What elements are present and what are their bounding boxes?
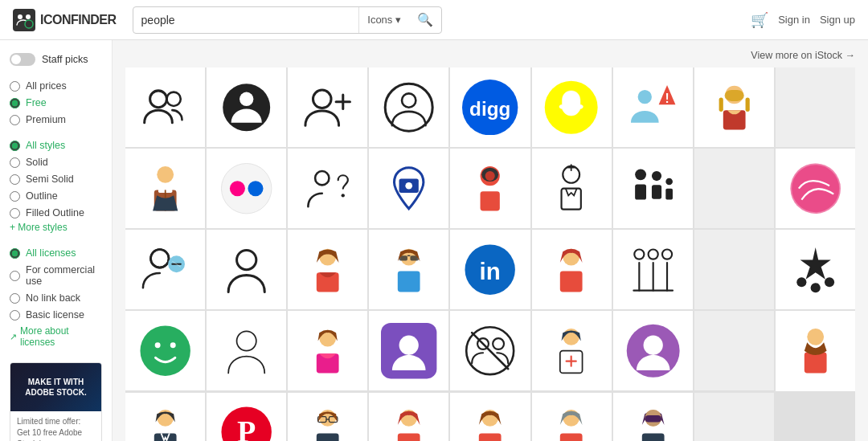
license-nolink-row[interactable]: No link back: [10, 292, 102, 304]
price-premium-radio[interactable]: [10, 115, 20, 125]
icon-cell-woman-nurse-outline[interactable]: [532, 149, 612, 228]
search-icon: 🔍: [417, 13, 433, 27]
ad-image-text: MAKE IT WITHADOBE STOCK.: [22, 374, 90, 401]
icon-cell-woman-pink-top[interactable]: [288, 311, 367, 390]
icon-cell-people-warning[interactable]: !: [613, 67, 693, 147]
license-nolink-radio[interactable]: [10, 293, 20, 304]
icon-cell-linkedin[interactable]: in: [450, 230, 530, 309]
style-semisolid-row[interactable]: Semi Solid: [10, 174, 102, 185]
icon-cell-empty2[interactable]: [694, 149, 774, 228]
man-dark-suit-icon: [137, 404, 193, 441]
icon-cell-dribbble[interactable]: [776, 149, 855, 228]
license-commercial-radio[interactable]: [10, 271, 20, 281]
icon-cell-person-outline[interactable]: [207, 230, 286, 309]
icon-cell-empty5[interactable]: [694, 393, 774, 442]
icon-cell-user-outline-thin[interactable]: [207, 311, 286, 390]
svg-point-75: [810, 283, 820, 292]
icon-cell-empty3[interactable]: [694, 230, 774, 309]
svg-point-3: [149, 91, 166, 108]
search-type-button[interactable]: Icons ▾: [359, 14, 409, 26]
icon-cell-empty4[interactable]: [694, 311, 774, 390]
price-free-label: Free: [26, 97, 47, 108]
license-all-radio[interactable]: [10, 248, 20, 259]
svg-rect-102: [317, 434, 339, 441]
icon-cell-team-star[interactable]: [776, 230, 855, 309]
chevron-down-icon: ▾: [395, 14, 401, 26]
icon-cell-woman-brown-suit[interactable]: [450, 393, 530, 442]
icon-cell-add-user[interactable]: [288, 67, 367, 147]
svg-point-37: [485, 171, 495, 181]
price-all-radio[interactable]: [10, 81, 20, 92]
logo[interactable]: ICONFINDER: [13, 9, 117, 31]
signup-link[interactable]: Sign up: [820, 14, 855, 26]
icon-cell-remove-user[interactable]: [125, 230, 205, 309]
bearded-man-icon: [788, 323, 843, 378]
style-filledoutline-label: Filled Outline: [26, 207, 84, 218]
icon-cell-pinterest[interactable]: P: [207, 393, 286, 442]
more-licenses-link[interactable]: ↗ More about licenses: [10, 325, 102, 348]
style-solid-radio[interactable]: [10, 157, 20, 168]
staff-picks-toggle-row[interactable]: Staff picks: [10, 53, 102, 66]
price-free-radio[interactable]: [10, 98, 20, 108]
cart-icon[interactable]: 🛒: [751, 11, 768, 29]
icon-cell-woman-redhead-suit[interactable]: [369, 393, 448, 442]
icon-cell-bearded-man[interactable]: [776, 311, 855, 390]
icon-cell-location-pin[interactable]: [369, 149, 448, 228]
family-silhouette-icon: [625, 161, 681, 216]
icon-cell-smiley[interactable]: [125, 311, 205, 390]
staff-picks-toggle[interactable]: [10, 53, 35, 66]
style-solid-row[interactable]: Solid: [10, 157, 102, 168]
price-premium-row[interactable]: Premium: [10, 114, 102, 125]
signin-link[interactable]: Sign in: [778, 14, 810, 26]
style-filledoutline-radio[interactable]: [10, 208, 20, 218]
price-free-row[interactable]: Free: [10, 97, 102, 108]
style-outline-row[interactable]: Outline: [10, 190, 102, 202]
icon-cell-biker[interactable]: [450, 149, 530, 228]
icon-cell-woman-gray-suit[interactable]: [532, 393, 612, 442]
style-semisolid-radio[interactable]: [10, 174, 20, 185]
icon-cell-people-group-outline[interactable]: [125, 67, 205, 147]
icon-cell-woman-brown-hair[interactable]: [288, 230, 367, 309]
icon-cell-woman-dark-suit[interactable]: [613, 393, 693, 442]
icon-cell-buddycons2[interactable]: [613, 311, 693, 390]
icon-cell-empty[interactable]: [776, 67, 855, 147]
icon-cell-doctor-color[interactable]: [532, 311, 612, 390]
icon-cell-businessman[interactable]: [125, 149, 205, 228]
license-nolink-label: No link back: [26, 292, 80, 304]
icon-cell-person-question[interactable]: [288, 149, 367, 228]
style-all-row[interactable]: All styles: [10, 140, 102, 151]
svg-point-67: [648, 250, 657, 259]
icon-cell-buddycons[interactable]: [369, 311, 448, 390]
view-more-istock-link[interactable]: View more on iStock →: [751, 50, 855, 61]
icon-cell-woman-blonde[interactable]: [694, 67, 774, 147]
icon-cell-flickr[interactable]: [207, 149, 286, 228]
price-all-label: All prices: [26, 80, 67, 92]
icon-cell-people-chart-outline[interactable]: [613, 230, 693, 309]
price-all-row[interactable]: All prices: [10, 80, 102, 92]
icon-cell-user-dark[interactable]: [207, 67, 286, 147]
license-commercial-row[interactable]: For commercial use: [10, 264, 102, 287]
search-input[interactable]: [133, 14, 359, 27]
icon-cell-user-circle[interactable]: [369, 67, 448, 147]
icon-cell-family-silhouette[interactable]: [613, 149, 693, 228]
license-all-row[interactable]: All licenses: [10, 247, 102, 259]
more-styles-link[interactable]: + More styles: [10, 222, 102, 233]
svg-point-51: [150, 250, 169, 268]
icon-cell-man-dark-suit[interactable]: [125, 393, 205, 442]
search-button[interactable]: 🔍: [409, 12, 441, 27]
icon-cell-woman-glasses-suit[interactable]: [288, 393, 367, 442]
icon-cell-no-group[interactable]: [450, 311, 530, 390]
license-basic-row[interactable]: Basic license: [10, 309, 102, 321]
icon-cell-snapchat[interactable]: [532, 67, 612, 147]
icon-cell-digg[interactable]: digg: [450, 67, 530, 147]
svg-point-23: [157, 166, 174, 183]
style-filledoutline-row[interactable]: Filled Outline: [10, 207, 102, 218]
license-basic-radio[interactable]: [10, 310, 20, 321]
style-all-radio[interactable]: [10, 141, 20, 151]
icon-cell-woman-sunglasses-color[interactable]: [369, 230, 448, 309]
style-outline-radio[interactable]: [10, 191, 20, 202]
svg-point-31: [342, 194, 345, 197]
icon-grid: digg !: [125, 67, 855, 441]
icon-cell-woman-red-hair[interactable]: [532, 230, 612, 309]
buddycons-icon: [381, 323, 436, 378]
